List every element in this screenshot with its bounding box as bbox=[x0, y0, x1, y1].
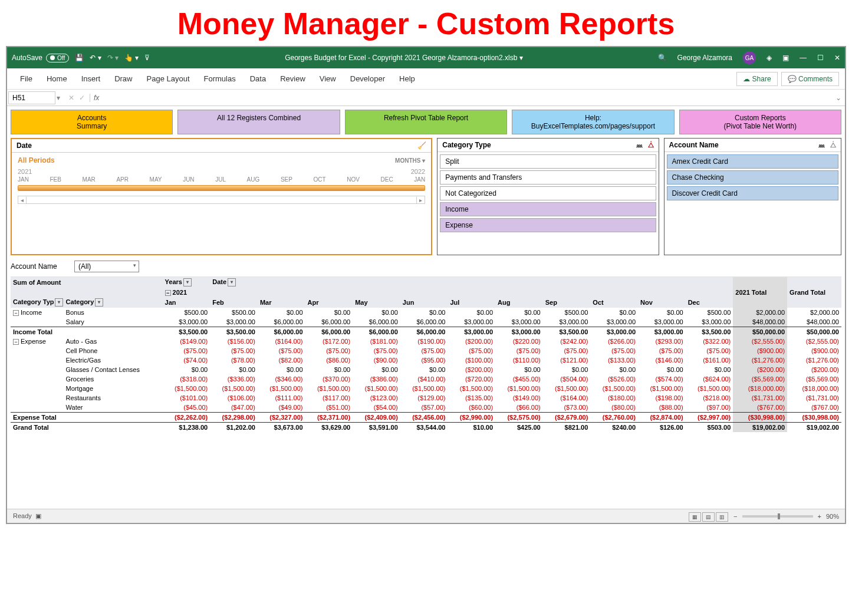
touch-icon[interactable]: 👆 ▾ bbox=[124, 54, 139, 62]
name-box[interactable] bbox=[8, 91, 55, 104]
title-bar: AutoSave Off 💾 ↶ ▾ ↷ ▾ 👆 ▾ ⊽ Georges Bud… bbox=[7, 47, 845, 68]
tab-formulas[interactable]: Formulas bbox=[197, 70, 243, 88]
tab-data[interactable]: Data bbox=[243, 70, 273, 88]
tab-developer[interactable]: Developer bbox=[343, 70, 392, 88]
close-icon[interactable]: ✕ bbox=[834, 54, 840, 62]
clear-filter-icon[interactable]: ⧊ bbox=[648, 141, 654, 149]
timeline-bar[interactable] bbox=[18, 185, 425, 191]
comments-button[interactable]: 💬 Comments bbox=[781, 72, 839, 86]
accounts-summary-button[interactable]: Accounts Summary bbox=[11, 110, 173, 134]
maximize-icon[interactable]: ☐ bbox=[817, 54, 824, 62]
minimize-icon[interactable]: — bbox=[800, 54, 807, 62]
account-filter-dropdown[interactable]: (All) bbox=[74, 261, 139, 272]
user-avatar[interactable]: GA bbox=[743, 51, 756, 64]
ribbon-tabs: File Home Insert Draw Page Layout Formul… bbox=[7, 68, 845, 90]
slicer-row: Date🧹 All PeriodsMONTHS ▾ 20212022 JANFE… bbox=[7, 138, 845, 259]
normal-view-icon[interactable]: ▦ bbox=[689, 512, 701, 522]
user-name[interactable]: George Alzamora bbox=[677, 54, 732, 62]
clear-filter-icon[interactable]: ⧊ bbox=[830, 141, 836, 149]
pivot-table[interactable]: Sum of AmountYears▾Date▾−20212021 TotalG… bbox=[11, 277, 841, 432]
file-name[interactable]: Georges Budget for Excel - Copyright 202… bbox=[150, 54, 657, 62]
redo-icon[interactable]: ↷ ▾ bbox=[107, 54, 119, 62]
page-layout-view-icon[interactable]: ▤ bbox=[702, 512, 715, 522]
zoom-slider[interactable] bbox=[742, 515, 813, 518]
search-icon[interactable]: 🔍 bbox=[658, 54, 667, 62]
autosave-toggle[interactable]: AutoSave Off bbox=[12, 54, 69, 62]
tab-review[interactable]: Review bbox=[273, 70, 312, 88]
ribbon-display-icon[interactable]: ▣ bbox=[782, 54, 789, 62]
undo-icon[interactable]: ↶ ▾ bbox=[90, 54, 101, 62]
slicer-item[interactable]: Split bbox=[440, 154, 656, 169]
timeline-scrollbar[interactable]: ◂▸ bbox=[18, 196, 425, 204]
refresh-button[interactable]: Refresh Pivot Table Report bbox=[345, 110, 507, 134]
multi-select-icon[interactable]: ⅏ bbox=[636, 141, 643, 149]
zoom-in-button[interactable]: + bbox=[818, 513, 821, 520]
tab-page-layout[interactable]: Page Layout bbox=[140, 70, 197, 88]
zoom-out-button[interactable]: − bbox=[733, 513, 737, 520]
action-buttons: Accounts Summary All 12 Registers Combin… bbox=[7, 106, 845, 138]
share-button[interactable]: ☁ Share bbox=[736, 72, 777, 86]
tab-draw[interactable]: Draw bbox=[107, 70, 139, 88]
page-title: Money Manager - Custom Reports bbox=[0, 0, 852, 46]
enter-icon[interactable]: ✓ bbox=[79, 94, 85, 102]
slicer-item[interactable]: Payments and Transfers bbox=[440, 170, 656, 185]
slicer-item[interactable]: Discover Credit Card bbox=[667, 186, 838, 200]
slicer-item[interactable]: Not Categorized bbox=[440, 186, 656, 200]
macro-icon[interactable]: ▣ bbox=[35, 512, 41, 519]
slicer-item[interactable]: Amex Credit Card bbox=[667, 154, 838, 169]
fx-icon[interactable]: fx bbox=[90, 94, 103, 102]
custom-reports-button[interactable]: Custom Reports (Pivot Table Net Worth) bbox=[679, 110, 841, 134]
date-slicer[interactable]: Date🧹 All PeriodsMONTHS ▾ 20212022 JANFE… bbox=[11, 138, 432, 255]
zoom-level[interactable]: 90% bbox=[826, 513, 839, 520]
excel-window: AutoSave Off 💾 ↶ ▾ ↷ ▾ 👆 ▾ ⊽ Georges Bud… bbox=[6, 46, 846, 524]
tab-view[interactable]: View bbox=[312, 70, 343, 88]
slicer-item[interactable]: Expense bbox=[440, 218, 656, 232]
tab-file[interactable]: File bbox=[13, 70, 40, 88]
slicer-item[interactable]: Chase Checking bbox=[667, 170, 838, 185]
tab-home[interactable]: Home bbox=[40, 70, 74, 88]
formula-expand-icon[interactable]: ⌄ bbox=[835, 94, 845, 102]
tab-help[interactable]: Help bbox=[392, 70, 422, 88]
registers-button[interactable]: All 12 Registers Combined bbox=[177, 110, 340, 134]
status-bar: Ready ▣ ▦▤▥ − + 90% bbox=[7, 509, 845, 523]
slicer-item[interactable]: Income bbox=[440, 202, 656, 216]
page-break-view-icon[interactable]: ▥ bbox=[716, 512, 728, 522]
multi-select-icon[interactable]: ⅏ bbox=[818, 141, 825, 149]
save-icon[interactable]: 💾 bbox=[75, 54, 84, 62]
qat-customize-icon[interactable]: ⊽ bbox=[144, 54, 150, 62]
category-type-slicer[interactable]: Category Type⅏⧊ SplitPayments and Transf… bbox=[437, 138, 659, 255]
tab-insert[interactable]: Insert bbox=[74, 70, 108, 88]
cancel-icon[interactable]: ✕ bbox=[68, 94, 74, 102]
date-slicer-clear-icon[interactable]: 🧹 bbox=[417, 141, 426, 150]
account-name-slicer[interactable]: Account Name⅏⧊ Amex Credit CardChase Che… bbox=[664, 138, 841, 255]
help-button[interactable]: Help: BuyExcelTemplates.com/pages/suppor… bbox=[512, 110, 674, 134]
quick-access-toolbar: 💾 ↶ ▾ ↷ ▾ 👆 ▾ ⊽ bbox=[75, 54, 150, 62]
name-box-dropdown-icon[interactable]: ▾ bbox=[57, 94, 64, 102]
premium-icon[interactable]: ◈ bbox=[767, 54, 772, 62]
formula-bar: ▾ ✕✓ fx ⌄ bbox=[7, 90, 845, 106]
pivot-filter-row: Account Name (All) bbox=[11, 259, 841, 274]
